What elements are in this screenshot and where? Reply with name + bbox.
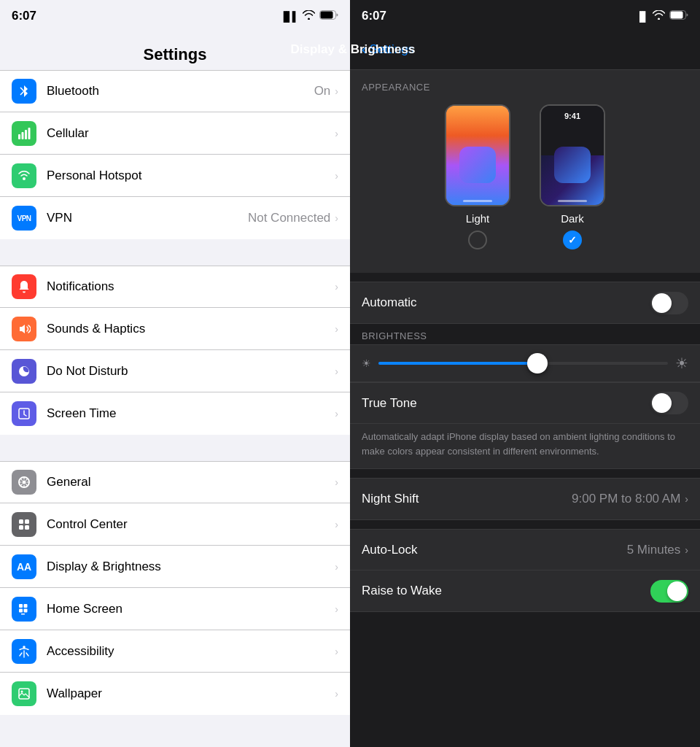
spacer-autolock (350, 520, 700, 529)
screentime-icon (12, 401, 36, 426)
notifications-chevron: › (335, 281, 338, 293)
truetone-group: True Tone Automatically adapt iPhone dis… (350, 382, 700, 469)
svg-rect-5 (28, 128, 31, 139)
bluetooth-icon (12, 79, 36, 104)
right-content: APPEARANCE 9:41 Light 9 (350, 70, 700, 747)
settings-title: Settings (12, 45, 338, 64)
homescreen-item[interactable]: Home Screen › (0, 588, 350, 630)
network-group: Bluetooth On › Cellular › (0, 70, 350, 239)
spacer-before-brightness: BRIGHTNESS (350, 324, 700, 344)
spacer-2 (0, 435, 350, 461)
wifi-icon (303, 9, 315, 23)
bluetooth-label: Bluetooth (47, 84, 314, 98)
left-status-bar: 6:07 ▐▌▌ (0, 0, 350, 32)
truetone-toggle[interactable] (650, 392, 688, 414)
light-radio[interactable] (468, 231, 487, 249)
svg-rect-21 (671, 12, 683, 19)
raisetowake-toggle[interactable] (650, 580, 688, 603)
homescreen-icon (12, 597, 36, 622)
dark-radio-check: ✓ (568, 234, 577, 246)
autolock-group: Auto-Lock 5 Minutes › Raise to Wake (350, 529, 700, 612)
cellular-label: Cellular (47, 126, 335, 141)
raisetowake-toggle-knob (667, 581, 687, 601)
vpn-value: Not Connected (248, 211, 330, 225)
light-mode-option[interactable]: 9:41 Light (445, 104, 510, 249)
truetone-description: Automatically adapt iPhone display based… (362, 430, 688, 458)
sounds-item[interactable]: Sounds & Haptics › (0, 308, 350, 350)
wallpaper-icon (12, 681, 36, 706)
automatic-toggle[interactable] (650, 292, 688, 314)
svg-rect-3 (22, 132, 24, 139)
general-item[interactable]: General › (0, 461, 350, 503)
left-status-icons: ▐▌▌ (280, 9, 338, 23)
svg-rect-14 (19, 608, 23, 612)
controlcenter-label: Control Center (47, 517, 335, 532)
svg-rect-2 (18, 134, 20, 139)
brightness-slider-fill (378, 362, 537, 365)
sounds-chevron: › (335, 323, 338, 335)
night-shift-group: Night Shift 9:00 PM to 8:00 AM › (350, 478, 700, 520)
right-time: 6:07 (362, 9, 386, 23)
cellular-chevron: › (335, 128, 338, 139)
hotspot-item[interactable]: Personal Hotspot › (0, 155, 350, 197)
accessibility-item[interactable]: Accessibility › (0, 630, 350, 673)
right-nav-bar: ‹ Settings Display & Brightness (350, 32, 700, 70)
spacer-after-appearance (350, 273, 700, 282)
notifications-item[interactable]: Notifications › (0, 266, 350, 308)
raisetowake-item[interactable]: Raise to Wake (350, 570, 700, 611)
svg-rect-9 (25, 519, 29, 524)
notifications-label: Notifications (47, 279, 335, 294)
autolock-label: Auto-Lock (362, 543, 627, 557)
night-shift-value: 9:00 PM to 8:00 AM (572, 492, 680, 506)
displaybrightness-item[interactable]: AA Display & Brightness › (0, 546, 350, 588)
brightness-group: ☀ ☀ (350, 344, 700, 382)
screentime-label: Screen Time (47, 406, 335, 421)
cellular-item[interactable]: Cellular › (0, 112, 350, 155)
dark-radio[interactable]: ✓ (563, 231, 582, 249)
svg-rect-1 (321, 12, 333, 19)
svg-rect-8 (19, 519, 23, 524)
donotdisturb-label: Do Not Disturb (47, 364, 335, 379)
hotspot-chevron: › (335, 170, 338, 182)
bluetooth-item[interactable]: Bluetooth On › (0, 70, 350, 112)
controlcenter-icon (12, 512, 36, 537)
brightness-slider-track[interactable] (378, 362, 668, 365)
general-chevron: › (335, 476, 338, 488)
sounds-label: Sounds & Haptics (47, 322, 335, 336)
autolock-item[interactable]: Auto-Lock 5 Minutes › (350, 530, 700, 570)
bluetooth-value: On (314, 84, 331, 98)
right-wifi-icon (653, 10, 665, 22)
vpn-item[interactable]: VPN VPN Not Connected › (0, 197, 350, 239)
brightness-high-icon: ☀ (675, 355, 688, 372)
truetone-item[interactable]: True Tone (350, 383, 700, 424)
displaybrightness-label: Display & Brightness (47, 560, 335, 574)
homescreen-label: Home Screen (47, 602, 335, 616)
screentime-item[interactable]: Screen Time › (0, 392, 350, 435)
settings-list: Bluetooth On › Cellular › (0, 70, 350, 747)
svg-point-7 (23, 481, 26, 484)
screentime-chevron: › (335, 408, 338, 419)
night-shift-item[interactable]: Night Shift 9:00 PM to 8:00 AM › (350, 479, 700, 519)
donotdisturb-item[interactable]: Do Not Disturb › (0, 350, 350, 392)
dark-mode-option[interactable]: 9:41 Dark ✓ (540, 104, 605, 249)
dark-phone-time: 9:41 (541, 112, 604, 120)
brightness-slider-row: ☀ ☀ (350, 345, 700, 382)
raisetowake-label: Raise to Wake (362, 584, 650, 598)
right-battery-icon (669, 10, 688, 22)
brightness-low-icon: ☀ (362, 357, 371, 369)
sounds-icon (12, 317, 36, 341)
controlcenter-item[interactable]: Control Center › (0, 503, 350, 546)
automatic-item[interactable]: Automatic (350, 282, 700, 323)
light-home-bar (463, 200, 492, 202)
wallpaper-item[interactable]: Wallpaper › (0, 673, 350, 715)
donotdisturb-chevron: › (335, 365, 338, 377)
svg-rect-18 (19, 689, 29, 699)
appearance-section-label: APPEARANCE (362, 82, 688, 93)
appearance-section: APPEARANCE 9:41 Light 9 (350, 70, 700, 273)
brightness-slider-thumb[interactable] (527, 353, 548, 374)
battery-icon (319, 9, 338, 23)
dark-home-bar (558, 200, 587, 202)
brightness-section-label: BRIGHTNESS (362, 330, 427, 341)
appearance-options: 9:41 Light 9:41 (362, 104, 688, 249)
svg-rect-10 (19, 525, 23, 530)
